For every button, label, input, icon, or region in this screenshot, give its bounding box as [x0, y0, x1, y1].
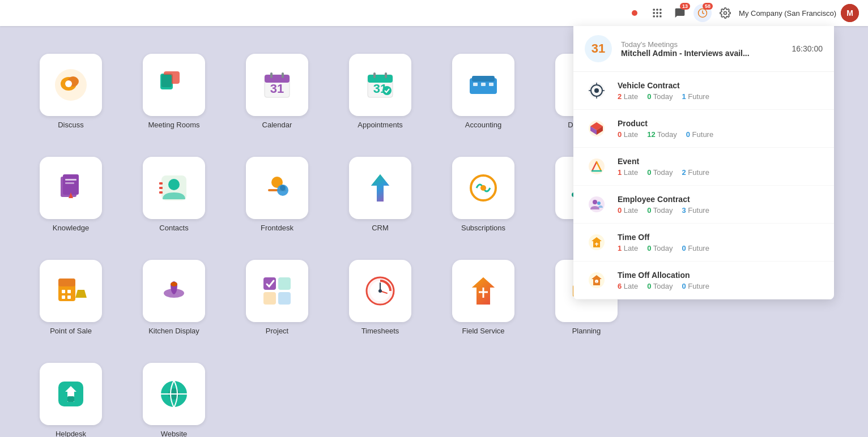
- app-discuss[interactable]: Discuss: [23, 37, 119, 134]
- time-off-stats: 1 Late 0 Today 0 Future: [618, 244, 823, 252]
- app-field-service-label: Field Service: [462, 327, 504, 335]
- svg-rect-66: [67, 295, 71, 299]
- activity-employee-contract[interactable]: Employee Contract 0 Late 0 Today 3 Futur…: [573, 186, 834, 224]
- svg-point-108: [597, 202, 601, 205]
- product-title: Product: [618, 119, 823, 128]
- svg-rect-2: [659, 9, 661, 11]
- event-content: Event 1 Late 0 Today 2 Future: [618, 157, 823, 177]
- svg-rect-35: [472, 76, 495, 82]
- vehicle-contract-stats: 2 Late 0 Today 1 Future: [618, 92, 823, 101]
- svg-rect-42: [63, 174, 79, 195]
- app-helpdesk-label: Helpdesk: [56, 430, 86, 437]
- svg-point-10: [724, 12, 727, 15]
- svg-point-96: [594, 88, 599, 93]
- app-subscriptions[interactable]: Subscriptions: [435, 140, 531, 237]
- apps-menu-button[interactable]: [648, 4, 666, 22]
- red-dot-indicator[interactable]: [626, 4, 644, 22]
- activity-time-off-allocation[interactable]: + Time Off Allocation 6 Late 0 Today 0 F…: [573, 262, 834, 299]
- time-off-icon: [585, 230, 609, 254]
- topbar: 13 58 My Company (San Francisco) M: [0, 0, 868, 26]
- app-meeting-rooms[interactable]: Meeting Rooms: [126, 37, 222, 134]
- svg-rect-4: [656, 12, 658, 14]
- svg-point-46: [168, 179, 180, 190]
- vehicle-contract-title: Vehicle Contract: [618, 81, 823, 90]
- app-timesheets[interactable]: Timesheets: [332, 243, 428, 340]
- app-pos[interactable]: Point of Sale: [23, 243, 119, 340]
- svg-rect-65: [62, 295, 65, 299]
- app-knowledge[interactable]: Knowledge: [23, 140, 119, 237]
- svg-rect-7: [656, 15, 658, 17]
- svg-rect-3: [653, 12, 655, 14]
- svg-rect-62: [58, 279, 75, 286]
- app-crm-label: CRM: [372, 224, 389, 232]
- svg-point-107: [593, 200, 597, 204]
- dropdown-scroll-area[interactable]: 31 Today's Meetings Mitchell Admin - Int…: [573, 26, 834, 299]
- svg-rect-32: [473, 83, 478, 86]
- svg-rect-29: [385, 72, 387, 78]
- clock-badge: 58: [703, 3, 713, 10]
- svg-rect-1: [656, 9, 658, 11]
- app-kitchen[interactable]: Kitchen Display: [126, 243, 222, 340]
- app-calendar[interactable]: 31 Calendar: [229, 37, 325, 134]
- time-off-allocation-content: Time Off Allocation 6 Late 0 Today 0 Fut…: [618, 271, 823, 290]
- app-meeting-rooms-label: Meeting Rooms: [148, 121, 199, 129]
- svg-rect-49: [159, 191, 163, 194]
- svg-rect-24: [282, 72, 284, 78]
- event-stats: 1 Late 0 Today 2 Future: [618, 168, 823, 177]
- app-website-label: Website: [161, 430, 188, 437]
- svg-point-57: [480, 185, 486, 191]
- activity-product[interactable]: Product 0 Late 12 Today 0 Future: [573, 110, 834, 148]
- vehicle-contract-content: Vehicle Contract 2 Late 0 Today 1 Future: [618, 81, 823, 101]
- time-off-content: Time Off 1 Late 0 Today 0 Future: [618, 233, 823, 252]
- clock-button[interactable]: 58: [693, 4, 712, 22]
- svg-point-106: [589, 196, 605, 212]
- svg-point-102: [589, 158, 605, 174]
- user-avatar[interactable]: M: [841, 4, 859, 22]
- svg-point-30: [382, 86, 392, 95]
- svg-rect-6: [653, 15, 655, 17]
- product-stats: 0 Late 12 Today 0 Future: [618, 130, 823, 139]
- dropdown-header[interactable]: 31 Today's Meetings Mitchell Admin - Int…: [573, 26, 834, 72]
- svg-rect-44: [65, 182, 74, 184]
- app-frontdesk[interactable]: Frontdesk: [229, 140, 325, 237]
- app-crm[interactable]: CRM: [332, 140, 428, 237]
- svg-rect-43: [65, 179, 76, 181]
- app-accounting[interactable]: Accounting: [435, 37, 531, 134]
- employee-contract-title: Employee Contract: [618, 195, 823, 204]
- company-selector[interactable]: My Company (San Francisco): [739, 9, 836, 18]
- event-title: Event: [618, 157, 823, 166]
- time-off-allocation-stats: 6 Late 0 Today 0 Future: [618, 282, 823, 290]
- activity-time-off[interactable]: Time Off 1 Late 0 Today 0 Future: [573, 224, 834, 262]
- app-field-service[interactable]: Field Service: [435, 243, 531, 340]
- activity-event[interactable]: Event 1 Late 0 Today 2 Future: [573, 148, 834, 186]
- app-project[interactable]: Project: [229, 243, 325, 340]
- svg-rect-47: [159, 182, 163, 185]
- app-helpdesk[interactable]: Helpdesk: [23, 346, 119, 437]
- app-kitchen-label: Kitchen Display: [148, 327, 199, 335]
- messages-badge: 13: [680, 3, 690, 10]
- svg-rect-64: [67, 290, 71, 293]
- svg-rect-48: [159, 187, 163, 189]
- svg-rect-70: [278, 277, 291, 290]
- messages-button[interactable]: 13: [671, 4, 689, 22]
- app-website[interactable]: Website: [126, 346, 222, 437]
- svg-rect-71: [263, 292, 276, 305]
- app-appointments-label: Appointments: [358, 121, 403, 129]
- time-off-allocation-title: Time Off Allocation: [618, 271, 823, 280]
- settings-button[interactable]: [716, 4, 734, 22]
- svg-rect-63: [62, 290, 65, 293]
- vehicle-contract-icon: [585, 79, 609, 102]
- activity-vehicle-contract[interactable]: Vehicle Contract 2 Late 0 Today 1 Future: [573, 72, 834, 110]
- time-off-allocation-icon: +: [585, 268, 609, 292]
- employee-contract-stats: 0 Late 0 Today 3 Future: [618, 206, 823, 215]
- event-icon: [585, 155, 609, 178]
- svg-marker-55: [371, 174, 389, 202]
- app-planning-label: Planning: [572, 327, 601, 335]
- svg-rect-69: [263, 277, 276, 290]
- svg-rect-23: [270, 72, 273, 78]
- company-name: My Company (San Francisco): [739, 9, 836, 18]
- svg-point-77: [378, 289, 382, 293]
- app-contacts[interactable]: Contacts: [126, 140, 222, 237]
- employee-contract-content: Employee Contract 0 Late 0 Today 3 Futur…: [618, 195, 823, 215]
- app-appointments[interactable]: 31 Appointments: [332, 37, 428, 134]
